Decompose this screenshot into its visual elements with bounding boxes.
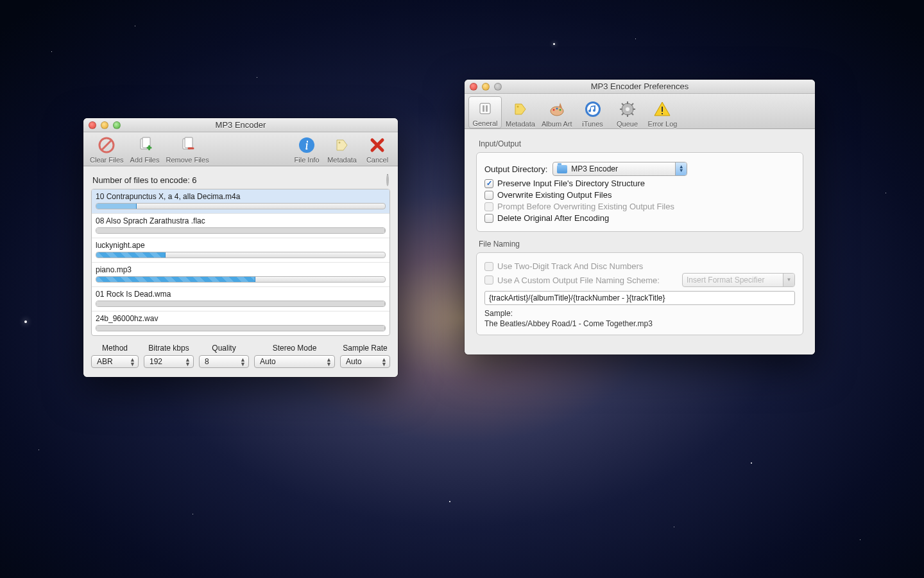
progress-bar	[96, 227, 386, 234]
tag-icon	[332, 135, 352, 155]
file-name: 01 Rock Is Dead.wma	[96, 290, 386, 299]
metadata-button[interactable]: Metadata	[325, 134, 359, 164]
custom-scheme-checkbox	[484, 276, 493, 285]
svg-rect-10	[483, 105, 484, 112]
preserve-checkbox[interactable]	[484, 179, 493, 188]
titlebar[interactable]: MP3 Encoder	[83, 118, 398, 132]
delete-checkbox[interactable]	[484, 214, 493, 223]
chevron-updown-icon: ▲▼	[240, 358, 246, 367]
tab-errorlog[interactable]: Error Log	[646, 98, 680, 128]
file-row[interactable]: luckynight.ape	[92, 238, 389, 263]
chevron-updown-icon: ▲▼	[675, 162, 687, 175]
document-minus-icon	[177, 135, 198, 155]
x-icon	[367, 135, 388, 155]
quality-select[interactable]: 8 ▲▼	[199, 355, 249, 368]
svg-rect-29	[662, 107, 663, 112]
preserve-label: Preserve Input File's Directory Structur…	[497, 179, 645, 188]
zoom-button[interactable]	[494, 83, 502, 91]
chevron-updown-icon: ▲▼	[326, 358, 332, 367]
svg-rect-11	[486, 105, 488, 112]
close-button[interactable]	[89, 121, 96, 129]
overwrite-checkbox[interactable]	[484, 191, 493, 200]
tab-queue[interactable]: Queue	[611, 98, 644, 128]
output-dir-label: Output Directory:	[484, 164, 547, 174]
document-plus-icon	[135, 135, 155, 155]
chevron-updown-icon: ▲▼	[381, 358, 387, 367]
svg-rect-9	[480, 103, 490, 114]
file-row[interactable]: 24b_96000hz.wav	[92, 311, 389, 335]
svg-line-26	[631, 113, 633, 115]
add-files-button[interactable]: Add Files	[128, 134, 162, 164]
sample-rate-label: Sample Rate	[343, 344, 387, 353]
twodigit-label: Use Two-Digit Track And Disc Numbers	[497, 261, 643, 271]
spinner-icon	[386, 174, 389, 186]
stereo-label: Stereo Mode	[273, 344, 317, 353]
twodigit-checkbox	[484, 262, 493, 271]
file-name: 08 Also Sprach Zarathustra .flac	[96, 216, 386, 225]
minimize-button[interactable]	[101, 121, 108, 129]
quality-label: Quality	[212, 344, 235, 353]
bitrate-select[interactable]: 192 ▲▼	[144, 355, 194, 368]
tag-icon	[510, 99, 531, 119]
remove-files-button[interactable]: Remove Files	[163, 134, 211, 164]
svg-line-25	[622, 103, 624, 105]
svg-line-27	[631, 103, 633, 105]
progress-bar	[96, 325, 386, 331]
file-name: piano.mp3	[96, 265, 386, 274]
gear-icon	[617, 99, 638, 119]
sample-rate-select[interactable]: Auto ▲▼	[340, 355, 390, 368]
progress-bar	[96, 301, 386, 307]
file-row[interactable]: 01 Rock Is Dead.wma	[92, 287, 389, 311]
tab-itunes[interactable]: iTunes	[576, 98, 610, 128]
svg-point-14	[552, 109, 554, 111]
format-specifier-select[interactable]: Insert Format Specifier ▼	[682, 273, 795, 287]
progress-bar	[96, 252, 386, 258]
io-group-title: Input/Output	[479, 139, 803, 148]
svg-point-18	[587, 103, 599, 115]
zoom-button[interactable]	[113, 121, 121, 129]
cancel-button[interactable]: Cancel	[361, 134, 394, 164]
chevron-down-icon: ▼	[783, 274, 794, 286]
no-entry-icon	[96, 135, 117, 155]
chevron-updown-icon: ▲▼	[185, 358, 191, 367]
file-name: luckynight.ape	[96, 241, 386, 250]
file-name: 10 Contrapunctus X, a 4, alla Decima.m4a	[96, 192, 386, 201]
sample-label: Sample:	[484, 309, 795, 318]
svg-point-16	[559, 109, 561, 111]
file-counter: Number of files to encode: 6	[92, 175, 197, 185]
prefs-toolbar: General Metadata Album Art iTunes Queue	[465, 94, 815, 129]
encoder-toolbar: Clear Files Add Files Remove Files i Fil…	[83, 132, 398, 166]
bitrate-label: Bitrate kbps	[148, 344, 189, 353]
naming-pattern-field[interactable]: {trackArtist}/{albumTitle}/{trackNumber …	[484, 291, 795, 305]
svg-text:i: i	[305, 139, 309, 152]
info-icon: i	[296, 135, 317, 155]
tab-general[interactable]: General	[468, 96, 502, 128]
file-row[interactable]: 10 Contrapunctus X, a 4, alla Decima.m4a	[92, 189, 389, 214]
file-row[interactable]: piano.mp3	[92, 263, 389, 287]
tab-metadata[interactable]: Metadata	[503, 98, 538, 128]
file-info-button[interactable]: i File Info	[290, 134, 323, 164]
sample-value: The Beatles/Abbey Road/1 - Come Together…	[484, 319, 653, 328]
output-dir-select[interactable]: MP3 Encoder ▲▼	[552, 162, 687, 176]
prompt-label: Prompt Before Overwriting Existing Outpu…	[497, 202, 674, 211]
svg-point-8	[339, 142, 341, 144]
minimize-button[interactable]	[482, 83, 490, 91]
clear-files-button[interactable]: Clear Files	[87, 134, 126, 164]
titlebar[interactable]: MP3 Encoder Preferences	[465, 80, 815, 94]
tab-albumart[interactable]: Album Art	[539, 98, 575, 128]
delete-label: Delete Original After Encoding	[497, 213, 609, 223]
svg-point-20	[626, 107, 629, 111]
stereo-select[interactable]: Auto ▲▼	[254, 355, 335, 368]
file-row[interactable]: 08 Also Sprach Zarathustra .flac	[92, 214, 389, 238]
switch-icon	[475, 98, 495, 119]
method-select[interactable]: ABR ▲▼	[91, 355, 139, 368]
progress-bar	[96, 203, 386, 209]
svg-rect-30	[662, 113, 663, 114]
progress-bar	[96, 276, 386, 283]
file-name: 24b_96000hz.wav	[96, 314, 386, 323]
close-button[interactable]	[470, 83, 477, 91]
itunes-icon	[583, 99, 603, 119]
svg-line-28	[622, 113, 624, 115]
prompt-checkbox	[484, 202, 493, 211]
warning-icon	[652, 99, 672, 119]
